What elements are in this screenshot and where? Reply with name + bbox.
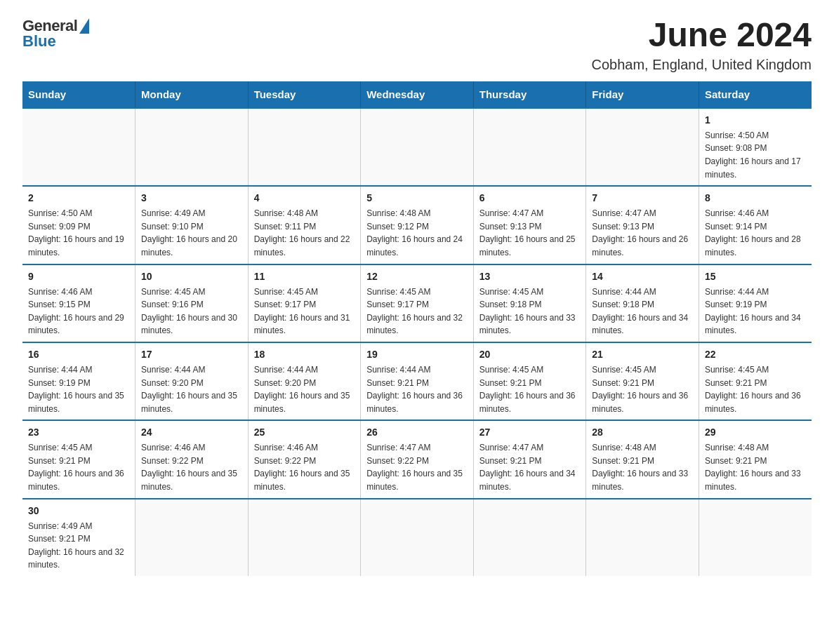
calendar-cell: 22Sunrise: 4:45 AMSunset: 9:21 PMDayligh… (699, 342, 812, 420)
calendar-cell: 19Sunrise: 4:44 AMSunset: 9:21 PMDayligh… (361, 342, 474, 420)
page-header: General Blue June 2024 Cobham, England, … (22, 17, 812, 73)
day-number: 24 (141, 425, 242, 440)
calendar-cell: 8Sunrise: 4:46 AMSunset: 9:14 PMDaylight… (699, 186, 812, 264)
calendar-cell (473, 499, 586, 576)
day-number: 21 (592, 347, 693, 362)
day-info: Sunrise: 4:44 AMSunset: 9:19 PMDaylight:… (705, 286, 806, 337)
calendar-cell: 16Sunrise: 4:44 AMSunset: 9:19 PMDayligh… (22, 342, 135, 420)
calendar-cell: 1Sunrise: 4:50 AMSunset: 9:08 PMDaylight… (699, 108, 812, 186)
calendar-cell: 28Sunrise: 4:48 AMSunset: 9:21 PMDayligh… (586, 420, 699, 498)
calendar-cell: 24Sunrise: 4:46 AMSunset: 9:22 PMDayligh… (135, 420, 249, 498)
calendar-cell: 4Sunrise: 4:48 AMSunset: 9:11 PMDaylight… (248, 186, 361, 264)
calendar-cell: 6Sunrise: 4:47 AMSunset: 9:13 PMDaylight… (473, 186, 586, 264)
day-info: Sunrise: 4:50 AMSunset: 9:09 PMDaylight:… (28, 207, 129, 259)
day-number: 1 (705, 113, 806, 128)
day-info: Sunrise: 4:44 AMSunset: 9:19 PMDaylight:… (28, 363, 129, 415)
day-number: 22 (705, 347, 806, 362)
calendar-cell: 7Sunrise: 4:47 AMSunset: 9:13 PMDaylight… (586, 186, 699, 264)
day-info: Sunrise: 4:45 AMSunset: 9:17 PMDaylight:… (254, 286, 355, 337)
day-info: Sunrise: 4:45 AMSunset: 9:18 PMDaylight:… (479, 286, 581, 337)
day-header-friday: Friday (586, 81, 699, 108)
calendar-week-row: 23Sunrise: 4:45 AMSunset: 9:21 PMDayligh… (22, 420, 812, 498)
calendar-week-row: 9Sunrise: 4:46 AMSunset: 9:15 PMDaylight… (22, 264, 812, 342)
day-header-tuesday: Tuesday (248, 81, 361, 108)
day-number: 11 (254, 269, 355, 284)
calendar-week-row: 30Sunrise: 4:49 AMSunset: 9:21 PMDayligh… (22, 499, 812, 576)
calendar-cell: 29Sunrise: 4:48 AMSunset: 9:21 PMDayligh… (699, 420, 812, 498)
calendar-cell: 21Sunrise: 4:45 AMSunset: 9:21 PMDayligh… (586, 342, 699, 420)
calendar-cell: 20Sunrise: 4:45 AMSunset: 9:21 PMDayligh… (473, 342, 586, 420)
day-header-thursday: Thursday (473, 81, 586, 108)
day-number: 18 (254, 347, 355, 362)
day-header-saturday: Saturday (699, 81, 812, 108)
calendar-cell (248, 499, 361, 576)
day-number: 25 (254, 425, 355, 440)
calendar-cell: 25Sunrise: 4:46 AMSunset: 9:22 PMDayligh… (248, 420, 361, 498)
title-area: June 2024 Cobham, England, United Kingdo… (591, 17, 812, 73)
calendar-table: SundayMondayTuesdayWednesdayThursdayFrid… (22, 81, 812, 576)
calendar-cell: 3Sunrise: 4:49 AMSunset: 9:10 PMDaylight… (135, 186, 249, 264)
day-info: Sunrise: 4:49 AMSunset: 9:10 PMDaylight:… (141, 207, 242, 259)
calendar-cell: 9Sunrise: 4:46 AMSunset: 9:15 PMDaylight… (22, 264, 135, 342)
calendar-cell (361, 499, 474, 576)
day-number: 7 (592, 191, 693, 206)
day-info: Sunrise: 4:49 AMSunset: 9:21 PMDaylight:… (28, 520, 129, 572)
day-info: Sunrise: 4:46 AMSunset: 9:22 PMDaylight:… (141, 441, 242, 493)
calendar-cell: 18Sunrise: 4:44 AMSunset: 9:20 PMDayligh… (248, 342, 361, 420)
day-info: Sunrise: 4:45 AMSunset: 9:17 PMDaylight:… (366, 286, 468, 337)
day-number: 9 (28, 269, 129, 284)
calendar-cell: 11Sunrise: 4:45 AMSunset: 9:17 PMDayligh… (248, 264, 361, 342)
day-info: Sunrise: 4:47 AMSunset: 9:13 PMDaylight:… (592, 207, 693, 259)
calendar-cell: 27Sunrise: 4:47 AMSunset: 9:21 PMDayligh… (473, 420, 586, 498)
calendar-cell (248, 108, 361, 186)
day-number: 30 (28, 504, 129, 518)
day-number: 6 (479, 191, 581, 206)
day-info: Sunrise: 4:48 AMSunset: 9:11 PMDaylight:… (254, 207, 355, 259)
calendar-cell: 30Sunrise: 4:49 AMSunset: 9:21 PMDayligh… (22, 499, 135, 576)
day-number: 23 (28, 425, 129, 440)
day-info: Sunrise: 4:45 AMSunset: 9:21 PMDaylight:… (592, 363, 693, 415)
calendar-header-row: SundayMondayTuesdayWednesdayThursdayFrid… (22, 81, 812, 108)
day-info: Sunrise: 4:48 AMSunset: 9:21 PMDaylight:… (705, 441, 806, 493)
day-number: 15 (705, 269, 806, 284)
day-number: 5 (366, 191, 468, 206)
day-number: 16 (28, 347, 129, 362)
calendar-cell: 10Sunrise: 4:45 AMSunset: 9:16 PMDayligh… (135, 264, 249, 342)
day-info: Sunrise: 4:46 AMSunset: 9:22 PMDaylight:… (254, 441, 355, 493)
day-info: Sunrise: 4:46 AMSunset: 9:15 PMDaylight:… (28, 286, 129, 337)
day-info: Sunrise: 4:50 AMSunset: 9:08 PMDaylight:… (705, 129, 806, 181)
calendar-cell (22, 108, 135, 186)
day-number: 2 (28, 191, 129, 206)
day-info: Sunrise: 4:47 AMSunset: 9:13 PMDaylight:… (479, 207, 581, 259)
calendar-cell: 2Sunrise: 4:50 AMSunset: 9:09 PMDaylight… (22, 186, 135, 264)
day-header-monday: Monday (135, 81, 249, 108)
calendar-cell (473, 108, 586, 186)
day-number: 19 (366, 347, 468, 362)
day-number: 10 (141, 269, 242, 284)
calendar-cell: 12Sunrise: 4:45 AMSunset: 9:17 PMDayligh… (361, 264, 474, 342)
day-number: 29 (705, 425, 806, 440)
day-number: 27 (479, 425, 581, 440)
day-info: Sunrise: 4:45 AMSunset: 9:21 PMDaylight:… (479, 363, 581, 415)
day-info: Sunrise: 4:45 AMSunset: 9:21 PMDaylight:… (28, 441, 129, 493)
calendar-cell (699, 499, 812, 576)
day-info: Sunrise: 4:44 AMSunset: 9:20 PMDaylight:… (254, 363, 355, 415)
day-info: Sunrise: 4:47 AMSunset: 9:22 PMDaylight:… (366, 441, 468, 493)
calendar-cell (361, 108, 474, 186)
calendar-cell (586, 108, 699, 186)
day-info: Sunrise: 4:44 AMSunset: 9:20 PMDaylight:… (141, 363, 242, 415)
calendar-cell (586, 499, 699, 576)
day-number: 13 (479, 269, 581, 284)
logo: General Blue (22, 17, 89, 51)
calendar-week-row: 16Sunrise: 4:44 AMSunset: 9:19 PMDayligh… (22, 342, 812, 420)
day-info: Sunrise: 4:48 AMSunset: 9:12 PMDaylight:… (366, 207, 468, 259)
day-header-sunday: Sunday (22, 81, 135, 108)
calendar-cell: 14Sunrise: 4:44 AMSunset: 9:18 PMDayligh… (586, 264, 699, 342)
day-info: Sunrise: 4:45 AMSunset: 9:16 PMDaylight:… (141, 286, 242, 337)
day-number: 17 (141, 347, 242, 362)
day-number: 12 (366, 269, 468, 284)
location-label: Cobham, England, United Kingdom (591, 57, 812, 73)
logo-triangle-icon (79, 18, 89, 34)
calendar-cell: 15Sunrise: 4:44 AMSunset: 9:19 PMDayligh… (699, 264, 812, 342)
day-info: Sunrise: 4:47 AMSunset: 9:21 PMDaylight:… (479, 441, 581, 493)
